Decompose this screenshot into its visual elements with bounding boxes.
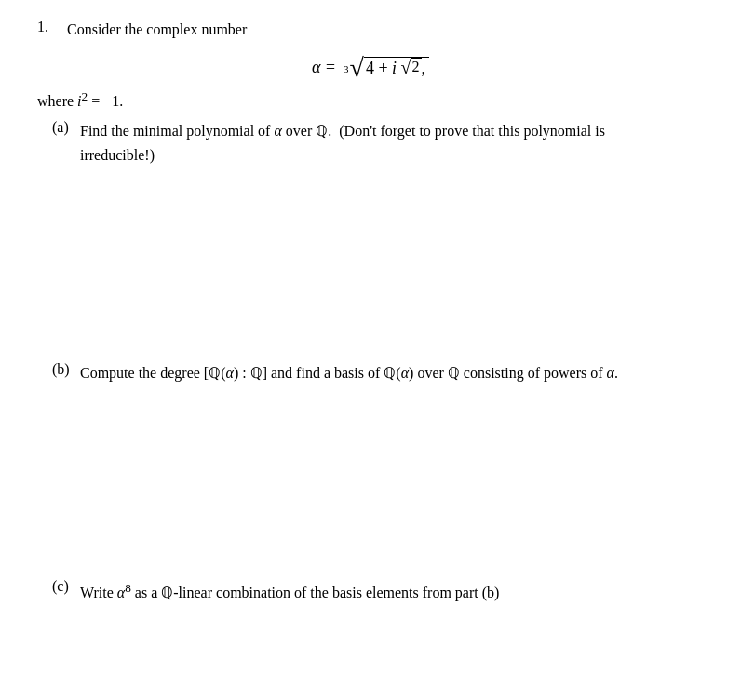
part-a-line1: Find the minimal polynomial of α over ℚ.… [80, 119, 605, 143]
answer-space-b [37, 392, 704, 578]
part-c-label: (c) [52, 578, 74, 595]
cube-root-radical: 3 √ 4 + i √ 2 , [344, 54, 429, 80]
part-c-text: Write α8 as a ℚ-linear combination of th… [80, 578, 499, 605]
sqrt-sign-small: √ [401, 58, 411, 76]
part-a-line2: irreducible!) [80, 143, 605, 168]
formula-lhs: α = [312, 58, 336, 77]
sqrt-2: √ 2 [401, 58, 422, 76]
where-line: where i2 = −1. [37, 89, 704, 110]
page: 1. Consider the complex number α = 3 √ 4… [37, 19, 704, 605]
problem-intro: Consider the complex number [67, 19, 247, 41]
part-b-label: (b) [52, 361, 74, 378]
sqrt-2-content: 2 [411, 58, 422, 75]
part-b-text: Compute the degree [ℚ(α) : ℚ] and find a… [80, 361, 618, 385]
part-a-label: (a) [52, 119, 74, 136]
part-a: (a) Find the minimal polynomial of α ove… [52, 119, 704, 167]
part-a-text: Find the minimal polynomial of α over ℚ.… [80, 119, 605, 167]
formula-display: α = 3 √ 4 + i √ 2 , [312, 54, 429, 80]
formula-block: α = 3 √ 4 + i √ 2 , [37, 54, 704, 80]
problem-header: 1. Consider the complex number [37, 19, 704, 41]
answer-space-a [37, 175, 704, 361]
part-b: (b) Compute the degree [ℚ(α) : ℚ] and fi… [52, 361, 704, 385]
radical-content: 4 + i √ 2 , [364, 57, 429, 78]
radical-sign: √ [350, 55, 364, 81]
part-c: (c) Write α8 as a ℚ-linear combination o… [52, 578, 704, 605]
radical-index: 3 [344, 63, 349, 74]
problem-number: 1. [37, 19, 60, 35]
